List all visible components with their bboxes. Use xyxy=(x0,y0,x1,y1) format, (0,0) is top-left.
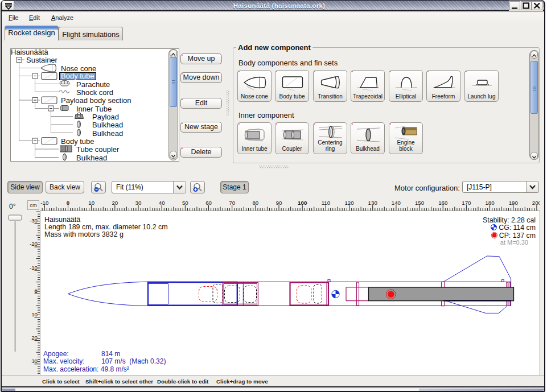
svg-text:-30: -30 xyxy=(30,217,38,224)
svg-text:90: 90 xyxy=(276,200,282,206)
svg-text:-20: -20 xyxy=(30,241,38,247)
svg-text:110: 110 xyxy=(322,200,331,206)
svg-text:70: 70 xyxy=(229,200,235,206)
svg-text:100: 100 xyxy=(298,200,307,206)
svg-text:80: 80 xyxy=(252,200,258,206)
svg-text:20: 20 xyxy=(112,200,118,206)
svg-text:10: 10 xyxy=(31,311,38,317)
svg-text:-10: -10 xyxy=(30,265,38,271)
svg-text:30: 30 xyxy=(135,200,142,206)
svg-text:10: 10 xyxy=(88,200,94,206)
svg-text:170: 170 xyxy=(462,200,471,206)
svg-text:200: 200 xyxy=(532,200,540,206)
svg-text:30: 30 xyxy=(31,358,38,364)
svg-text:150: 150 xyxy=(415,200,425,206)
svg-text:180: 180 xyxy=(485,200,495,206)
svg-text:40: 40 xyxy=(159,200,165,206)
svg-text:140: 140 xyxy=(392,200,401,206)
svg-text:0: 0 xyxy=(67,200,69,206)
svg-text:20: 20 xyxy=(31,335,38,341)
svg-text:50: 50 xyxy=(182,200,188,206)
svg-text:130: 130 xyxy=(368,200,378,206)
svg-text:60: 60 xyxy=(205,200,212,206)
svg-text:-10: -10 xyxy=(40,200,49,206)
svg-text:190: 190 xyxy=(509,200,519,206)
svg-text:120: 120 xyxy=(344,200,354,206)
svg-text:160: 160 xyxy=(438,200,448,206)
svg-text:0: 0 xyxy=(35,288,38,294)
